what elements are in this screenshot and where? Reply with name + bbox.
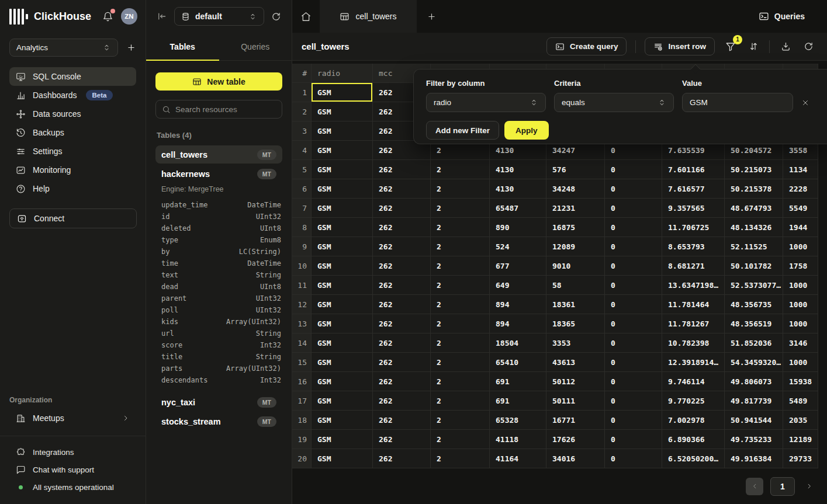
column-header[interactable]: radio xyxy=(312,64,373,83)
grid-cell[interactable]: 6.890366 xyxy=(662,430,725,449)
grid-cell[interactable]: 11.706725 xyxy=(662,218,725,237)
row-number[interactable]: 9 xyxy=(292,237,312,256)
sidebar-item-integrations[interactable]: Integrations xyxy=(9,443,136,461)
sidebar-item-monitoring[interactable]: Monitoring xyxy=(9,161,136,179)
sidebar-item-help[interactable]: Help xyxy=(9,179,136,198)
grid-cell[interactable]: 43613 xyxy=(546,353,605,372)
sidebar-item-all-systems-operational[interactable]: All systems operational xyxy=(9,478,136,496)
grid-cell[interactable]: 16771 xyxy=(546,411,605,430)
new-table-button[interactable]: New table xyxy=(155,72,282,91)
grid-cell[interactable]: GSM xyxy=(312,372,373,391)
grid-cell[interactable]: 2 xyxy=(431,218,490,237)
grid-cell[interactable]: 576 xyxy=(546,160,605,179)
filter-value-input[interactable] xyxy=(682,93,793,112)
grid-cell[interactable]: 2 xyxy=(431,295,490,314)
grid-cell[interactable]: 894 xyxy=(490,295,546,314)
grid-cell[interactable]: 18365 xyxy=(546,314,605,333)
grid-cell[interactable]: 50112 xyxy=(546,372,605,391)
tab-queries[interactable]: Queries xyxy=(219,33,292,60)
grid-cell[interactable]: 3146 xyxy=(783,333,818,353)
insert-row-button[interactable]: Insert row xyxy=(645,37,715,55)
grid-cell[interactable]: 1944 xyxy=(783,218,818,237)
grid-cell[interactable]: 0 xyxy=(605,411,662,430)
grid-cell[interactable]: 18504 xyxy=(490,333,546,353)
grid-cell[interactable]: 5489 xyxy=(783,391,818,411)
grid-cell[interactable]: 49.817739 xyxy=(725,391,783,411)
grid-cell[interactable]: 50111 xyxy=(546,391,605,411)
grid-cell[interactable]: 3353 xyxy=(546,333,605,353)
grid-cell[interactable]: 17626 xyxy=(546,430,605,449)
grid-cell[interactable]: 2 xyxy=(431,314,490,333)
grid-cell[interactable]: 2 xyxy=(431,333,490,353)
grid-cell[interactable]: GSM xyxy=(312,333,373,353)
row-number[interactable]: 19 xyxy=(292,430,312,449)
row-number[interactable]: 1 xyxy=(292,83,312,102)
connect-button[interactable]: Connect xyxy=(9,208,137,228)
grid-cell[interactable]: GSM xyxy=(312,102,373,121)
grid-cell[interactable]: 2 xyxy=(431,449,490,468)
grid-cell[interactable]: GSM xyxy=(312,160,373,179)
create-query-button[interactable]: Create query xyxy=(546,37,627,55)
grid-cell[interactable]: 11.781464 xyxy=(662,295,725,314)
sort-button[interactable] xyxy=(746,40,760,54)
filter-button[interactable]: 1 xyxy=(724,40,738,54)
row-number[interactable]: 6 xyxy=(292,179,312,199)
grid-cell[interactable]: 0 xyxy=(605,430,662,449)
grid-cell[interactable]: 262 xyxy=(373,411,431,430)
grid-cell[interactable]: 34016 xyxy=(546,449,605,468)
grid-cell[interactable]: 262 xyxy=(373,218,431,237)
row-number[interactable]: 11 xyxy=(292,276,312,295)
grid-cell[interactable]: 0 xyxy=(605,276,662,295)
grid-cell[interactable]: 649 xyxy=(490,276,546,295)
grid-cell[interactable]: 0 xyxy=(605,160,662,179)
row-number[interactable]: 20 xyxy=(292,449,312,468)
grid-cell[interactable]: 262 xyxy=(373,391,431,411)
table-list-item-hackernews[interactable]: hackernewsMT xyxy=(155,165,282,183)
current-page-button[interactable]: 1 xyxy=(770,477,795,496)
grid-cell[interactable]: 50.941544 xyxy=(725,411,783,430)
grid-cell[interactable]: 4130 xyxy=(490,160,546,179)
grid-cell[interactable]: 262 xyxy=(373,449,431,468)
grid-cell[interactable]: 0 xyxy=(605,237,662,256)
grid-cell[interactable]: 50.215378 xyxy=(725,179,783,199)
grid-cell[interactable]: 262 xyxy=(373,160,431,179)
grid-cell[interactable]: GSM xyxy=(312,256,373,276)
sidebar-item-dashboards[interactable]: DashboardsBeta xyxy=(9,86,136,105)
collapse-panel-button[interactable] xyxy=(157,11,167,22)
grid-cell[interactable]: 0 xyxy=(605,256,662,276)
database-select[interactable]: default xyxy=(174,7,264,26)
grid-cell[interactable]: 41164 xyxy=(490,449,546,468)
grid-cell[interactable]: 2 xyxy=(431,179,490,199)
grid-cell[interactable]: GSM xyxy=(312,353,373,372)
grid-cell[interactable]: 677 xyxy=(490,256,546,276)
sidebar-item-data-sources[interactable]: Data sources xyxy=(9,105,136,123)
grid-cell[interactable]: 65410 xyxy=(490,353,546,372)
grid-cell[interactable]: 2 xyxy=(431,430,490,449)
grid-cell[interactable]: GSM xyxy=(312,237,373,256)
grid-cell[interactable]: 6.52050200… xyxy=(662,449,725,468)
grid-cell[interactable]: 7.002978 xyxy=(662,411,725,430)
grid-cell[interactable]: 65328 xyxy=(490,411,546,430)
grid-cell[interactable]: 0 xyxy=(605,449,662,468)
grid-cell[interactable]: 2 xyxy=(431,276,490,295)
grid-cell[interactable]: 7.616577 xyxy=(662,179,725,199)
grid-cell[interactable]: 10.782398 xyxy=(662,333,725,353)
new-tab-button[interactable] xyxy=(417,0,446,33)
grid-cell[interactable]: 48.356735 xyxy=(725,295,783,314)
row-number[interactable]: 3 xyxy=(292,121,312,141)
grid-cell[interactable]: 262 xyxy=(373,314,431,333)
row-number[interactable]: 12 xyxy=(292,295,312,314)
grid-cell[interactable]: 15938 xyxy=(783,372,818,391)
grid-cell[interactable]: 49.735233 xyxy=(725,430,783,449)
grid-cell[interactable]: GSM xyxy=(312,83,373,102)
grid-cell[interactable]: 8.653793 xyxy=(662,237,725,256)
grid-cell[interactable]: 51.852036 xyxy=(725,333,783,353)
grid-cell[interactable]: 1000 xyxy=(783,295,818,314)
row-number[interactable]: 10 xyxy=(292,256,312,276)
row-number[interactable]: 15 xyxy=(292,353,312,372)
grid-cell[interactable]: 52.11525 xyxy=(725,237,783,256)
grid-cell[interactable]: 49.916384 xyxy=(725,449,783,468)
grid-cell[interactable]: 262 xyxy=(373,276,431,295)
table-list-item-stocks_stream[interactable]: stocks_streamMT xyxy=(155,412,282,430)
column-header[interactable]: # xyxy=(292,64,312,83)
